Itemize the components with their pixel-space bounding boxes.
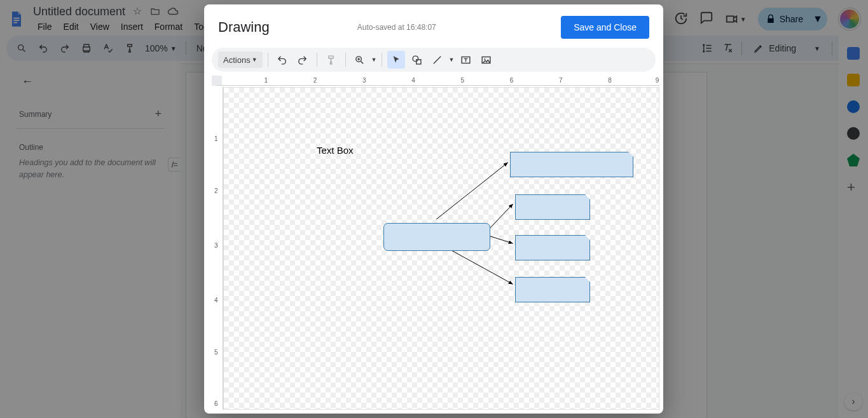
- drawing-ruler-row: 1 2 3 4 5 6 7 8 9: [204, 76, 663, 87]
- drawing-header: Drawing Auto-saved at 16:48:07 Save and …: [204, 4, 663, 48]
- drawing-title: Drawing: [218, 19, 270, 36]
- connector[interactable]: [436, 163, 508, 220]
- ruler-tick: 4: [411, 77, 415, 84]
- autosave-status: Auto-saved at 16:48:07: [357, 23, 436, 32]
- ruler-tick: 2: [214, 187, 218, 194]
- ruler-tick: 5: [460, 77, 464, 84]
- zoom-tool-icon[interactable]: [351, 51, 369, 69]
- drawing-canvas-area: 1 2 3 4 5 6 Text Box: [204, 87, 663, 414]
- undo-icon[interactable]: [273, 51, 291, 69]
- shape-node-4[interactable]: [515, 277, 590, 302]
- shape-node-2[interactable]: [515, 194, 590, 220]
- drawing-modal: Drawing Auto-saved at 16:48:07 Save and …: [204, 4, 663, 414]
- save-and-close-button[interactable]: Save and Close: [561, 16, 649, 39]
- shape-node-1[interactable]: [510, 152, 633, 177]
- select-tool-icon[interactable]: [387, 51, 405, 69]
- vertical-ruler[interactable]: 1 2 3 4 5 6: [213, 87, 223, 410]
- svg-point-9: [484, 58, 485, 60]
- line-tool-icon[interactable]: [428, 51, 446, 69]
- shape-root[interactable]: [383, 223, 490, 251]
- ruler-tick: 5: [214, 348, 218, 355]
- chevron-down-icon: ▼: [252, 57, 258, 63]
- actions-label: Actions: [223, 55, 251, 65]
- redo-icon[interactable]: [294, 51, 312, 69]
- ruler-tick: 8: [608, 77, 612, 84]
- ruler-tick: 4: [214, 297, 218, 304]
- horizontal-ruler[interactable]: 1 2 3 4 5 6 7 8 9: [217, 76, 659, 86]
- ruler-tick: 6: [214, 400, 218, 407]
- ruler-tick: 9: [656, 77, 659, 84]
- shape-tool-icon[interactable]: [408, 51, 425, 69]
- drawing-toolbar: Actions▼ ▼ ▼: [212, 48, 656, 72]
- connector[interactable]: [444, 246, 513, 284]
- ruler-tick: 1: [264, 77, 268, 84]
- drawing-canvas[interactable]: Text Box: [223, 87, 659, 410]
- line-caret-icon[interactable]: ▼: [448, 57, 454, 63]
- ruler-tick: 3: [362, 77, 366, 84]
- actions-menu-button[interactable]: Actions▼: [218, 51, 263, 68]
- svg-point-5: [413, 56, 418, 62]
- ruler-tick: 3: [214, 241, 218, 248]
- ruler-tick: 6: [510, 77, 514, 84]
- connector[interactable]: [490, 236, 513, 244]
- image-tool-icon[interactable]: [477, 51, 495, 69]
- ruler-tick: 1: [214, 135, 218, 142]
- ruler-tick: 7: [559, 77, 563, 84]
- zoom-caret-icon[interactable]: ▼: [371, 57, 377, 63]
- paint-format-icon[interactable]: [322, 51, 340, 69]
- textbox-tool-icon[interactable]: [457, 51, 474, 69]
- svg-rect-6: [417, 59, 421, 64]
- ruler-tick: 2: [313, 77, 317, 84]
- shape-node-3[interactable]: [515, 235, 590, 260]
- connector[interactable]: [490, 204, 513, 229]
